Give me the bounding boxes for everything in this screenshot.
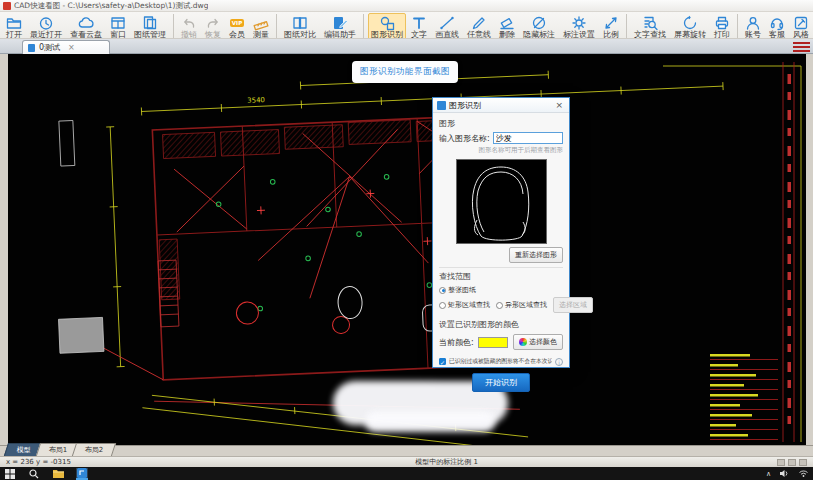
- drawing-file-icon: [28, 44, 35, 52]
- search-range-radio-0[interactable]: 整张图纸: [439, 285, 476, 295]
- document-tab[interactable]: 0测试 ×: [22, 40, 110, 54]
- toolbar-button-label: 编辑助手: [324, 31, 356, 39]
- toolbar-text-search-button[interactable]: 文字查找: [631, 13, 669, 39]
- toolbar-button-label: 测量: [253, 31, 269, 39]
- color-section-label: 设置已识别图形的颜色: [439, 319, 563, 330]
- toolbar-text-button[interactable]: 文字: [408, 13, 430, 39]
- blurred-region: [365, 411, 495, 432]
- radio-label: 异形区域查找: [505, 300, 547, 310]
- toolbar-cloud-button[interactable]: 查看云盘: [67, 13, 105, 39]
- toolbar-line-button[interactable]: 画直线: [432, 13, 462, 39]
- window-icon: [110, 15, 126, 31]
- dialog-titlebar[interactable]: 图形识别 ×: [433, 98, 569, 113]
- select-area-button[interactable]: 选择区域: [553, 297, 593, 313]
- tray-network-icon[interactable]: [797, 468, 809, 480]
- toolbar-separator: [173, 14, 174, 38]
- toolbar-account-button[interactable]: 账号: [742, 13, 764, 39]
- toolbar-shape-recognition-button[interactable]: 图形识别: [368, 13, 406, 39]
- toolbar-separator: [737, 14, 738, 38]
- toolbar-vip-button[interactable]: VIP会员: [226, 13, 248, 39]
- toolbar-button-label: 恢复: [205, 31, 221, 39]
- toolbar-folder-open-button[interactable]: 打开: [3, 13, 25, 39]
- toolbar-measure-button[interactable]: 测量: [250, 13, 272, 39]
- radio-dot-icon: [439, 287, 446, 294]
- measure-icon: [253, 15, 269, 31]
- cursor-coordinates: x = 236 y = -0315: [6, 458, 206, 466]
- toolbar-recent-button[interactable]: 最近打开: [27, 13, 65, 39]
- start-button-icon[interactable]: [4, 468, 16, 480]
- main-toolbar: 打开最近打开查看云盘窗口图纸管理撤销恢复VIP会员测量图纸对比编辑助手图形识别文…: [0, 12, 813, 39]
- toolbar-button-label: 查看云盘: [70, 31, 102, 39]
- info-icon[interactable]: i: [555, 358, 563, 366]
- dimension-label-mid: 3540: [247, 96, 265, 105]
- toolbar-button-label: 标注设置: [563, 31, 595, 39]
- start-recognition-button[interactable]: 开始识别: [472, 373, 530, 392]
- drawings-manage-icon: [142, 15, 158, 31]
- toolbar-support-button[interactable]: 客服: [766, 13, 788, 39]
- toolbar-style-button[interactable]: 风格: [790, 13, 812, 39]
- feature-tooltip-label: 图形识别功能界面截图: [360, 66, 450, 78]
- toolbar-button-label: 撤销: [181, 31, 197, 39]
- undo-icon: [181, 15, 197, 31]
- toolbar-button-label: 任意线: [467, 31, 491, 39]
- shape-name-input[interactable]: [493, 132, 563, 144]
- choose-color-button[interactable]: 选择颜色: [513, 334, 563, 350]
- search-range-radio-2[interactable]: 异形区域查找: [496, 300, 547, 310]
- toolbar-drawings-manage-button[interactable]: 图纸管理: [131, 13, 169, 39]
- toolbar-edit-assistant-button[interactable]: 编辑助手: [321, 13, 359, 39]
- feature-tooltip: 图形识别功能界面截图: [352, 61, 458, 83]
- tray-volume-icon[interactable]: [778, 468, 790, 480]
- toolbar-button-label: 账号: [745, 31, 761, 39]
- shape-recognition-icon: [379, 15, 395, 31]
- radio-label: 整张图纸: [448, 285, 476, 295]
- text-icon: [411, 15, 427, 31]
- toolbar-freehand-button[interactable]: 任意线: [464, 13, 494, 39]
- hide-annotation-icon: [531, 15, 547, 31]
- window-title: CAD快速看图 - C:\Users\safety-a\Desktop\1)测试…: [14, 1, 208, 11]
- eraser-icon: [499, 15, 515, 31]
- svg-text:VIP: VIP: [232, 20, 242, 26]
- dialog-title: 图形识别: [449, 100, 550, 111]
- layout-tabs: 模型布局1布局2: [0, 445, 813, 456]
- vip-icon: VIP: [229, 15, 245, 31]
- dialog-close-icon[interactable]: ×: [553, 100, 565, 110]
- shape-name-helper: 图形名称可用于后期查看图形: [439, 146, 563, 155]
- document-tab-close-icon[interactable]: ×: [68, 43, 75, 52]
- toolbar-separator: [626, 14, 627, 38]
- toolbar-redo-button[interactable]: 恢复: [202, 13, 224, 39]
- redo-icon: [205, 15, 221, 31]
- reselect-shape-button[interactable]: 重新选择图形: [509, 247, 563, 263]
- style-icon: [793, 15, 809, 31]
- system-tray: ∧: [766, 468, 809, 480]
- rotate-icon: [682, 15, 698, 31]
- current-color-label: 当前颜色:: [439, 337, 474, 348]
- search-range-radio-1[interactable]: 矩形区域查找: [439, 300, 490, 310]
- toolbar-button-label: 屏幕旋转: [674, 31, 706, 39]
- account-icon: [745, 15, 761, 31]
- toolbar-annotation-settings-button[interactable]: 标注设置: [560, 13, 598, 39]
- dialog-icon: [437, 101, 446, 110]
- toolbar-button-label: 最近打开: [30, 31, 62, 39]
- layout-tab-label: 模型: [17, 445, 31, 455]
- recent-icon: [38, 15, 54, 31]
- taskbar-search-icon[interactable]: [28, 468, 40, 480]
- skip-recognized-checkbox[interactable]: ✓: [439, 358, 446, 365]
- document-tabstrip: 0测试 ×: [0, 39, 813, 54]
- layout-tab-2[interactable]: 布局2: [72, 443, 117, 456]
- radio-dot-icon: [496, 302, 503, 309]
- toolbar-scale-button[interactable]: 比例: [600, 13, 622, 39]
- file-explorer-icon[interactable]: [52, 468, 64, 480]
- toolbar-button-label: 隐藏标注: [523, 31, 555, 39]
- toolbar-eraser-button[interactable]: 删除: [496, 13, 518, 39]
- toolbar-hide-annotation-button[interactable]: 隐藏标注: [520, 13, 558, 39]
- toolbar-window-button[interactable]: 窗口: [107, 13, 129, 39]
- toolbar-print-button[interactable]: 打印: [711, 13, 733, 39]
- tray-chevron-icon[interactable]: ∧: [766, 470, 771, 478]
- radio-dot-icon: [439, 302, 446, 309]
- toolbar-button-label: 画直线: [435, 31, 459, 39]
- toolbar-rotate-button[interactable]: 屏幕旋转: [671, 13, 709, 39]
- toolbar-undo-button[interactable]: 撤销: [178, 13, 200, 39]
- cad-app-taskbar-icon[interactable]: [76, 468, 88, 480]
- annotation-settings-icon: [571, 15, 587, 31]
- toolbar-compare-button[interactable]: 图纸对比: [281, 13, 319, 39]
